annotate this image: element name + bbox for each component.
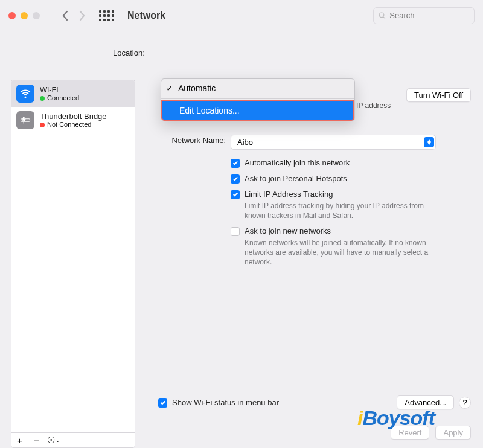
auto-join-checkbox[interactable] [231,159,240,168]
apply-button[interactable]: Apply [435,426,471,440]
show-all-prefs-button[interactable] [99,10,114,21]
network-sidebar: Wi-Fi Connected Thunderbolt Bridge Not C… [11,80,135,432]
search-input[interactable] [389,11,469,20]
new-networks-checkbox[interactable] [231,227,240,236]
sidebar-item-thunderbolt[interactable]: Thunderbolt Bridge Not Connected [11,107,135,133]
add-service-button[interactable]: + [11,433,28,447]
limit-ip-checkbox[interactable] [231,190,240,199]
close-window-button[interactable] [8,12,16,19]
sidebar-item-label: Wi-Fi [40,85,79,95]
location-menu-automatic[interactable]: Automatic [161,79,354,97]
status-dot-disconnected [40,123,45,127]
hotspots-label: Ask to join Personal Hotspots [245,174,347,183]
sidebar-item-label: Thunderbolt Bridge [40,112,107,121]
new-networks-desc: Known networks will be joined automatica… [245,238,438,267]
hotspots-checkbox[interactable] [231,174,240,184]
location-label: Location: [113,48,145,57]
minimize-window-button[interactable] [21,12,28,19]
location-dropdown: Automatic Edit Locations... [161,78,355,121]
auto-join-label: Automatically join this network [245,158,350,167]
limit-ip-label: Limit IP Address Tracking [245,190,438,199]
wifi-icon [16,85,34,103]
zoom-window-button[interactable] [33,12,40,19]
back-icon[interactable] [62,10,69,21]
turn-wifi-off-button[interactable]: Turn Wi-Fi Off [406,88,471,102]
forward-icon[interactable] [78,10,86,21]
service-actions-button[interactable]: ☉⌄ [45,433,62,447]
advanced-button[interactable]: Advanced... [397,395,454,409]
window-toolbar: Network [0,0,483,31]
network-name-label: Network Name: [153,135,231,150]
traffic-lights [8,12,40,19]
network-name-select[interactable]: Aibo [231,135,436,150]
remove-service-button[interactable]: − [28,433,45,447]
new-networks-label: Ask to join new networks [245,226,438,235]
search-icon [379,11,386,20]
svg-point-0 [379,13,384,18]
help-button[interactable]: ? [459,397,471,409]
search-field[interactable] [373,7,475,24]
svg-line-1 [383,16,385,18]
sidebar-item-wifi[interactable]: Wi-Fi Connected [11,80,135,107]
show-status-checkbox[interactable] [158,398,167,408]
menu-separator [161,98,354,99]
show-status-label: Show Wi-Fi status in menu bar [172,398,279,407]
chevron-updown-icon [424,137,434,147]
limit-ip-desc: Limit IP address tracking by hiding your… [245,201,438,220]
status-dot-connected [40,96,45,101]
window-title: Network [127,10,165,21]
location-menu-edit[interactable]: Edit Locations... [161,100,355,121]
revert-button[interactable]: Revert [391,426,429,440]
thunderbolt-icon [16,111,34,129]
